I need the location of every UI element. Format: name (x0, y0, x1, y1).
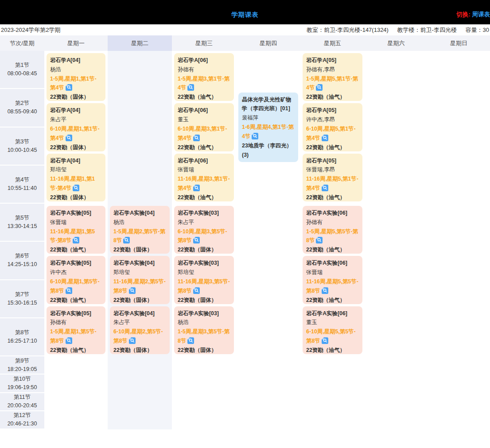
course-card[interactable]: 岩石学A[04] 郑培玺 11-16周,星期1,第1节-第4节 22资勘（固体）… (47, 154, 105, 201)
magnifier-icon[interactable] (123, 237, 130, 243)
magnifier-icon[interactable] (129, 287, 136, 294)
magnifier-icon[interactable] (66, 135, 72, 141)
course-class: 22资勘（油气）01(22) (50, 296, 102, 304)
slot-wed-afternoon: 岩石学A实验[03] 朱占平 6-10周,星期3,第5节-第8节 22资勘（固体… (172, 204, 236, 356)
magnifier-icon[interactable] (252, 133, 258, 139)
course-card[interactable]: 岩石学A实验[06] 孙德有 1-5周,星期5,第5节-第8节 22资勘（油气）… (303, 206, 362, 254)
magnifier-icon[interactable] (66, 287, 72, 294)
course-card[interactable]: 岩石学A[05] 许中杰,李昂 6-10周,星期5,第1节-第4节 22资勘（油… (303, 103, 362, 151)
course-schedule-text: 6-10周,星期3,第5节-第8节 (178, 228, 227, 244)
course-card[interactable]: 岩石学A实验[04] 郑培玺 11-16周,星期2,第5节-第8节 22资勘（固… (110, 256, 170, 304)
period-time: 20:00-20:45 (8, 402, 37, 410)
course-teacher: 杨浩 (113, 218, 166, 227)
magnifier-icon[interactable] (316, 237, 323, 243)
course-teacher: 孙德有,李昂 (306, 65, 359, 74)
course-schedule-text: 1-5周,星期2,第5节-第8节 (113, 228, 165, 244)
course-teacher: 裴福萍 (242, 113, 295, 123)
magnifier-icon[interactable] (322, 337, 328, 344)
course-title: 岩石学A实验[06] (306, 259, 359, 268)
course-class: 22资勘（固体）01(22) (178, 296, 230, 304)
course-card[interactable]: 岩石学A[04] 朱占平 6-10周,星期1,第1节-第4节 22资勘（固体）0… (47, 103, 105, 151)
course-title: 岩石学A实验[03] (178, 259, 230, 268)
period-time: 10:00-10:45 (8, 146, 37, 154)
course-teacher: 董玉 (306, 318, 359, 327)
magnifier-icon[interactable] (316, 84, 323, 91)
week-view-link[interactable]: 周课表 (472, 11, 490, 18)
term-info-bar: 2023-2024学年第2学期 教室：前卫-李四光楼-147(1324) 教学楼… (0, 24, 490, 35)
magnifier-icon[interactable] (129, 337, 136, 344)
magnifier-icon[interactable] (193, 185, 200, 191)
course-title: 岩石学A[05] (306, 56, 359, 65)
course-card[interactable]: 岩石学A[04] 杨浩 1-5周,星期1,第1节-第4节 22资勘（固体）02(… (47, 53, 105, 101)
course-class: 22资勘（油气）01(22) (306, 193, 359, 201)
course-card[interactable]: 岩石学A[05] 张晋瑞,李昂 11-16周,星期5,第1节-第4节 22资勘（… (303, 154, 362, 201)
room-label: 教室： (307, 27, 324, 33)
course-schedule: 6-10周,星期2,第5节-第8节 (113, 327, 166, 346)
magnifier-icon[interactable] (193, 237, 200, 243)
course-teacher: 张晋瑞 (306, 268, 359, 277)
course-schedule-text: 6-10周,星期5,第1节-第4节 (306, 126, 356, 141)
period-time: 08:55-09:40 (8, 108, 37, 116)
day-header-tue: 星期二 (108, 35, 172, 51)
course-card[interactable]: 岩石学A实验[06] 张晋瑞 11-16周,星期5,第5节-第8节 22资勘（油… (303, 256, 362, 304)
course-card[interactable]: 岩石学A实验[04] 杨浩 1-5周,星期2,第5节-第8节 22资勘（固体）0… (110, 206, 170, 254)
course-card[interactable]: 岩石学A实验[06] 董玉 6-10周,星期5,第5节-第8节 22资勘（油气）… (303, 306, 362, 354)
day-header-fri: 星期五 (300, 35, 365, 51)
period-cell-3: 第3节10:00-10:45 (0, 127, 44, 166)
course-schedule-text: 11-16周,星期2,第5节-第8节 (113, 278, 166, 294)
course-class: 22资勘（固体）01(22) (178, 245, 230, 254)
magnifier-icon[interactable] (187, 84, 194, 91)
course-teacher: 杨浩 (50, 65, 102, 74)
course-card[interactable]: 岩石学A[05] 孙德有,李昂 1-5周,星期5,第1节-第4节 22资勘（油气… (303, 53, 362, 101)
course-title: 岩石学A实验[04] (113, 259, 166, 268)
magnifier-icon[interactable] (322, 287, 328, 294)
capacity-value: 30 (483, 27, 489, 33)
period-name: 第4节 (15, 176, 29, 184)
course-schedule-text: 11-16周,星期5,第5节-第8节 (306, 278, 358, 294)
course-card[interactable]: 岩石学A实验[04] 朱占平 6-10周,星期2,第5节-第8节 22资勘（固体… (110, 306, 170, 354)
course-schedule: 6-10周,星期1,第5节-第8节 (50, 277, 102, 296)
period-name: 第8节 (15, 328, 29, 337)
course-teacher: 郑培玺 (113, 268, 166, 277)
course-card[interactable]: 岩石学A实验[03] 朱占平 6-10周,星期3,第5节-第8节 22资勘（固体… (174, 206, 234, 254)
course-card[interactable]: 岩石学A[06] 张晋瑞 11-16周,星期3,第1节-第4节 22资勘（油气）… (174, 154, 234, 201)
magnifier-icon[interactable] (322, 185, 328, 191)
app-header: 学期课表 切换: 周课表 (0, 0, 490, 24)
magnifier-icon[interactable] (187, 337, 194, 344)
period-cell-8: 第8节16:25-17:10 (0, 318, 44, 356)
course-teacher: 张晋瑞 (50, 218, 102, 227)
course-title: 岩石学A实验[06] (306, 309, 359, 318)
course-card[interactable]: 岩石学A实验[03] 郑培玺 11-16周,星期3,第5节-第8节 22资勘（固… (174, 256, 234, 304)
course-card[interactable]: 晶体光学及光性矿物学（李四光班）[01] 裴福萍 1-6周,星期4,第1节-第4… (238, 93, 298, 162)
magnifier-icon[interactable] (66, 337, 72, 344)
course-schedule: 11-16周,星期1,第5节-第8节 (50, 227, 102, 246)
course-teacher: 郑培玺 (178, 268, 230, 277)
course-card[interactable]: 岩石学A[06] 董玉 6-10周,星期3,第1节-第4节 22资勘（油气）02… (174, 103, 234, 151)
course-class: 22资勘（油气）01(22) (306, 143, 359, 151)
course-class: 22资勘（固体）02(22) (113, 346, 166, 354)
course-card[interactable]: 岩石学A实验[05] 张晋瑞 11-16周,星期1,第5节-第8节 22资勘（油… (47, 206, 105, 254)
magnifier-icon[interactable] (66, 84, 72, 91)
course-card[interactable]: 岩石学A实验[03] 杨浩 1-5周,星期3,第5节-第8节 22资勘（固体）0… (174, 306, 234, 354)
magnifier-icon[interactable] (73, 237, 79, 243)
magnifier-icon[interactable] (193, 135, 200, 141)
course-schedule-text: 6-10周,星期1,第5节-第8节 (50, 278, 100, 294)
magnifier-icon[interactable] (193, 287, 200, 294)
period-cell-5: 第5节13:30-14:15 (0, 204, 44, 242)
course-schedule: 1-5周,星期1,第5节-第8节 (50, 327, 102, 346)
building-value: 前卫-李四光楼 (420, 27, 457, 33)
slot-mon-morning: 岩石学A[04] 杨浩 1-5周,星期1,第1节-第4节 22资勘（固体）02(… (44, 51, 108, 204)
course-card[interactable]: 岩石学A实验[05] 孙德有 1-5周,星期1,第5节-第8节 22资勘（油气）… (47, 306, 105, 354)
period-time: 08:00-08:45 (8, 70, 37, 78)
course-title: 岩石学A[05] (306, 156, 359, 166)
period-cell-6: 第6节14:25-15:10 (0, 242, 44, 280)
period-time: 15:30-16:15 (8, 299, 37, 307)
period-name: 第1节 (15, 61, 29, 70)
course-card[interactable]: 岩石学A[06] 孙德有 1-5周,星期3,第1节-第4节 22资勘（油气）02… (174, 53, 234, 101)
course-card[interactable]: 岩石学A实验[05] 许中杰 6-10周,星期1,第5节-第8节 22资勘（油气… (47, 256, 105, 304)
course-schedule-text: 1-5周,星期3,第1节-第4节 (178, 76, 229, 91)
magnifier-icon[interactable] (73, 185, 79, 191)
course-teacher: 朱占平 (113, 318, 166, 327)
period-name: 第3节 (15, 138, 29, 146)
magnifier-icon[interactable] (322, 135, 328, 141)
